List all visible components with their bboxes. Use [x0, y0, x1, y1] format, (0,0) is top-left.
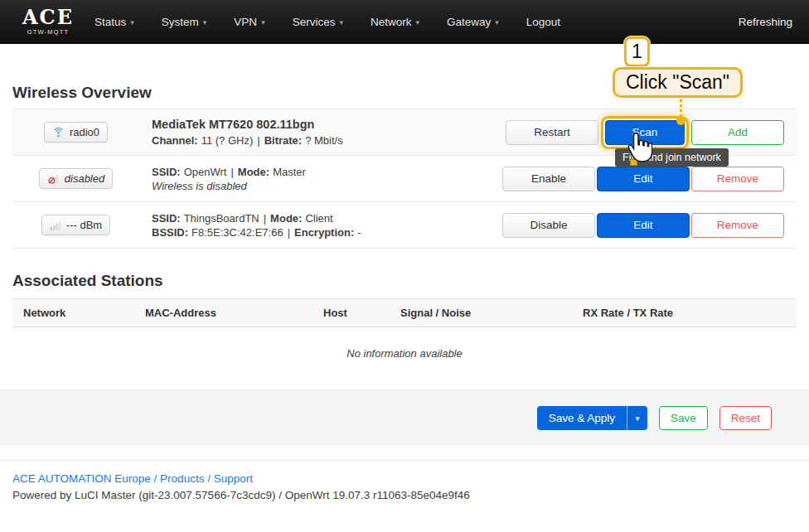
signal-badge: --- dBm [41, 215, 110, 235]
enable-button[interactable]: Enable [502, 167, 595, 191]
nav-menu: Status ▾ System ▾ VPN ▾ Services ▾ Netwo… [94, 16, 560, 28]
field-label: Channel: [152, 134, 198, 147]
field-label: SSID: [152, 166, 181, 178]
nav-item-logout[interactable]: Logout [526, 16, 560, 28]
device-title: MediaTek MT7620 802.11bgn [152, 118, 506, 131]
nav-item-network[interactable]: Network ▾ [371, 16, 419, 28]
separator: / [154, 472, 157, 485]
field-label: BSSID: [152, 226, 188, 239]
save-apply-dropdown-toggle[interactable]: ▾ [627, 406, 647, 430]
field-value: - [357, 226, 361, 239]
field-label: Mode: [238, 166, 269, 178]
table-row-radio0: radio0 MediaTek MT7620 802.11bgn Channel… [12, 109, 797, 156]
column-header-network: Network [23, 307, 145, 319]
column-header-host: Host [323, 307, 400, 319]
network-details: SSID:ThingsBoardTN|Mode:Client [152, 211, 502, 225]
main-content: Wireless Overview radio0 [0, 84, 809, 501]
nav-item-label: System [162, 16, 199, 28]
remove-button[interactable]: Remove [691, 167, 784, 191]
chevron-down-icon: ▾ [495, 18, 499, 27]
reset-button[interactable]: Reset [719, 406, 772, 430]
row-actions: Restart Scan Add [506, 120, 784, 145]
caret-down-icon: ▾ [636, 414, 640, 423]
network-info: SSID:OpenWrt|Mode:Master Wireless is dis… [139, 165, 502, 193]
nav-item-gateway[interactable]: Gateway ▾ [447, 16, 499, 28]
nav-item-services[interactable]: Services ▾ [293, 16, 343, 28]
nav-item-label: VPN [234, 16, 257, 28]
column-header-mac: MAC-Address [145, 307, 323, 319]
separator: / [207, 472, 211, 485]
field-value: Master [273, 166, 306, 178]
field-label: Mode: [270, 212, 302, 225]
chevron-down-icon: ▾ [339, 18, 343, 27]
section-title-associated-stations: Associated Stations [12, 272, 797, 290]
field-value: Client [305, 212, 332, 225]
network-info: SSID:ThingsBoardTN|Mode:Client BSSID:F8:… [139, 211, 502, 239]
nav-item-vpn[interactable]: VPN ▾ [234, 16, 264, 28]
field-value: F8:5E:3C:42:E7:66 [191, 226, 283, 239]
remove-button[interactable]: Remove [691, 213, 784, 238]
brand-logo[interactable]: ACE GTW-MQTT [15, 7, 81, 36]
nav-item-status[interactable]: Status ▾ [94, 16, 134, 28]
empty-state-text: No information available [12, 347, 797, 360]
field-value: OpenWrt [184, 166, 227, 178]
edit-button[interactable]: Edit [597, 167, 690, 191]
separator: | [257, 134, 259, 147]
nav-item-label: Gateway [447, 16, 491, 28]
page-title: Wireless Overview [12, 84, 797, 102]
column-header-rxtx: RX Rate / TX Rate [583, 307, 797, 319]
disabled-badge: disabled [39, 168, 113, 189]
footer-link-products[interactable]: Products [160, 472, 204, 485]
chevron-down-icon: ▾ [261, 18, 265, 27]
stations-table-header: Network MAC-Address Host Signal / Noise … [12, 298, 797, 327]
refresh-status: Refreshing [739, 16, 792, 28]
restart-button[interactable]: Restart [506, 120, 598, 145]
field-value: ? Mbit/s [305, 134, 343, 147]
badge-label: --- dBm [66, 219, 102, 231]
nav-item-label: Logout [526, 16, 560, 28]
nav-item-label: Services [293, 16, 336, 28]
scan-button[interactable]: Scan [605, 120, 685, 145]
footer-links: ACE AUTOMATION Europe / Products / Suppo… [12, 472, 797, 485]
field-label: Encryption: [294, 226, 354, 239]
top-navbar: ACE GTW-MQTT Status ▾ System ▾ VPN ▾ Ser… [0, 0, 809, 44]
separator: | [264, 212, 266, 225]
radio0-badge: radio0 [44, 122, 108, 143]
chevron-down-icon: ▾ [203, 18, 207, 27]
powered-by-text: Powered by LuCI Master (git-23.007.57566… [12, 489, 797, 501]
wireless-table: radio0 MediaTek MT7620 802.11bgn Channel… [12, 109, 797, 249]
footer-link-ace[interactable]: ACE AUTOMATION Europe [12, 472, 151, 485]
nav-item-system[interactable]: System ▾ [162, 16, 207, 28]
nav-item-label: Network [371, 16, 412, 28]
signal-disabled-icon [47, 173, 60, 184]
page-footer: ACE AUTOMATION Europe / Products / Suppo… [12, 461, 797, 501]
save-apply-button[interactable]: Save & Apply [537, 406, 627, 430]
add-button[interactable]: Add [691, 120, 784, 145]
brand-title: ACE [15, 7, 81, 27]
table-row-openwrt: disabled SSID:OpenWrt|Mode:Master Wirele… [12, 156, 797, 202]
column-header-signal: Signal / Noise [400, 307, 583, 319]
brand-subtitle: GTW-MQTT [15, 29, 81, 36]
wireless-overview-page: ACE GTW-MQTT Status ▾ System ▾ VPN ▾ Ser… [0, 0, 809, 532]
disable-button[interactable]: Disable [502, 213, 595, 238]
row-actions: Disable Edit Remove [502, 213, 784, 238]
wifi-antenna-icon [52, 126, 65, 138]
table-row-thingsboardtn: --- dBm SSID:ThingsBoardTN|Mode:Client B… [12, 202, 797, 249]
footer-link-support[interactable]: Support [214, 472, 253, 485]
nav-item-label: Status [94, 16, 126, 28]
wireless-disabled-note: Wireless is disabled [152, 179, 502, 193]
badge-label: radio0 [70, 126, 99, 138]
save-button[interactable]: Save [659, 406, 708, 430]
row-actions: Enable Edit Remove [502, 167, 784, 191]
badge-label: disabled [65, 172, 104, 185]
chevron-down-icon: ▾ [130, 18, 134, 27]
action-bar: Save & Apply ▾ Save Reset [0, 389, 809, 446]
field-label: Bitrate: [264, 134, 303, 147]
save-apply-split-button: Save & Apply ▾ [537, 406, 647, 430]
network-details-2: BSSID:F8:5E:3C:42:E7:66|Encryption:- [152, 225, 502, 239]
chevron-down-icon: ▾ [415, 18, 419, 27]
field-label: SSID: [152, 212, 181, 225]
separator: | [288, 226, 290, 239]
field-value: 11 (? GHz) [201, 134, 254, 147]
edit-button[interactable]: Edit [597, 213, 690, 238]
